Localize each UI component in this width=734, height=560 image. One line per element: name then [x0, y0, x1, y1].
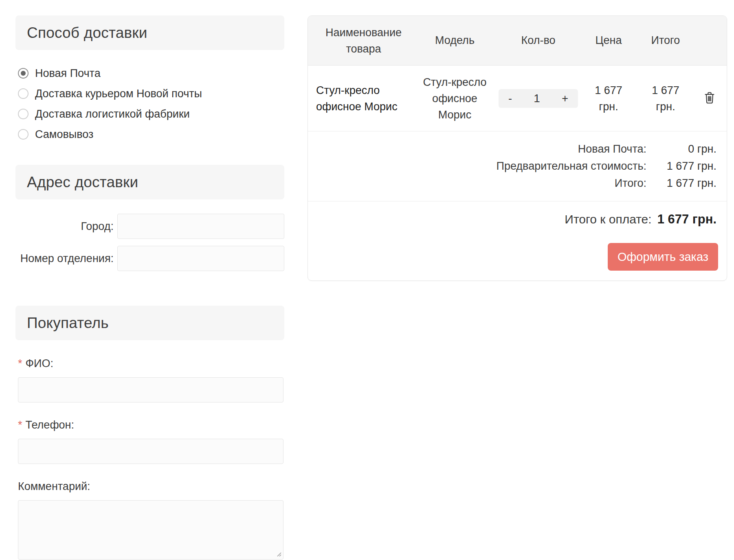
full-name-label: *ФИО: — [18, 357, 284, 370]
city-label: Город: — [15, 220, 117, 233]
cart-item-actions-cell — [692, 90, 727, 107]
checkout-form-column: Способ доставки Новая Почта Доставка кур… — [15, 15, 284, 560]
radio-selected-icon — [18, 68, 29, 79]
cart-footer: Оформить заказ — [308, 227, 727, 280]
total-payable-label: Итого к оплате: — [565, 212, 651, 226]
cart-table-header: Наименование товара Модель Кол-во Цена И… — [308, 16, 727, 66]
phone-label: *Телефон: — [18, 419, 284, 431]
cart-item-name-cell: Стул-кресло офисное Морис — [308, 82, 411, 115]
header-total: Итого — [639, 34, 692, 47]
quantity-value: 1 — [534, 92, 540, 105]
checkout-button[interactable]: Оформить заказ — [608, 243, 718, 271]
quantity-decrease-button[interactable]: - — [508, 89, 512, 108]
quantity-increase-button[interactable]: + — [562, 89, 568, 108]
required-asterisk: * — [18, 419, 22, 431]
cart-item-price-cell: 1 677 грн. — [578, 82, 639, 115]
cart-item-model-cell: Стул-кресло офисное Морис — [411, 74, 499, 123]
delivery-method-options: Новая Почта Доставка курьером Новой почт… — [15, 63, 284, 144]
customer-title: Покупатель — [27, 315, 109, 332]
quantity-stepper: - 1 + — [499, 89, 578, 108]
textarea-resize-handle[interactable] — [276, 551, 281, 557]
radio-label: Доставка логистикой фабрики — [35, 108, 190, 120]
radio-unselected-icon — [18, 88, 29, 99]
radio-label: Новая Почта — [35, 67, 101, 80]
header-quantity: Кол-во — [499, 34, 578, 47]
delivery-address-section-header: Адрес доставки — [15, 165, 284, 199]
branch-number-row: Номер отделения: — [15, 246, 284, 271]
remove-item-button[interactable] — [702, 90, 717, 107]
cart-item-total-cell: 1 677 грн. — [639, 82, 692, 115]
cart-summary-card: Наименование товара Модель Кол-во Цена И… — [308, 15, 727, 281]
city-input[interactable] — [117, 214, 284, 239]
header-product-name: Наименование товара — [308, 24, 411, 57]
checkout-page: Способ доставки Новая Почта Доставка кур… — [0, 0, 734, 560]
full-name-input[interactable] — [18, 377, 283, 402]
required-asterisk: * — [18, 357, 22, 370]
comment-textarea[interactable] — [18, 500, 283, 560]
phone-input[interactable] — [18, 439, 283, 464]
summary-shipping-row: Новая Почта: 0 грн. — [318, 140, 716, 158]
radio-novaya-pochta[interactable]: Новая Почта — [15, 63, 284, 83]
trash-icon — [703, 91, 716, 104]
radio-unselected-icon — [18, 129, 29, 140]
branch-number-label: Номер отделения: — [15, 252, 117, 265]
product-name-link[interactable]: Стул-кресло офисное Морис — [316, 82, 402, 115]
radio-unselected-icon — [18, 109, 29, 119]
delivery-address-form: Город: Номер отделения: — [15, 214, 284, 271]
cart-item-qty-cell: - 1 + — [499, 89, 578, 108]
delivery-method-section-header: Способ доставки — [15, 15, 284, 50]
radio-pickup[interactable]: Самовывоз — [15, 124, 284, 144]
header-price: Цена — [578, 34, 639, 47]
comment-label: Комментарий: — [18, 480, 284, 493]
radio-courier-novaya-pochta[interactable]: Доставка курьером Новой почты — [15, 83, 284, 104]
customer-form: *ФИО: *Телефон: Комментарий: — [15, 357, 284, 560]
branch-number-input[interactable] — [117, 246, 284, 271]
customer-section-header: Покупатель — [15, 306, 284, 340]
radio-factory-logistics[interactable]: Доставка логистикой фабрики — [15, 104, 284, 124]
radio-label: Доставка курьером Новой почты — [35, 88, 202, 100]
summary-subtotal-row: Предварительная стоимость: 1 677 грн. — [318, 158, 716, 175]
total-payable-row: Итого к оплате: 1 677 грн. — [308, 201, 727, 227]
delivery-method-title: Способ доставки — [27, 24, 147, 42]
cart-totals-section: Новая Почта: 0 грн. Предварительная стои… — [308, 131, 727, 201]
summary-total-row: Итого: 1 677 грн. — [318, 175, 716, 192]
header-model: Модель — [411, 34, 499, 47]
delivery-address-title: Адрес доставки — [27, 174, 138, 191]
city-row: Город: — [15, 214, 284, 239]
cart-item-row: Стул-кресло офисное Морис Стул-кресло оф… — [308, 66, 727, 131]
total-payable-value: 1 677 грн. — [657, 212, 716, 227]
radio-label: Самовывоз — [35, 128, 93, 141]
